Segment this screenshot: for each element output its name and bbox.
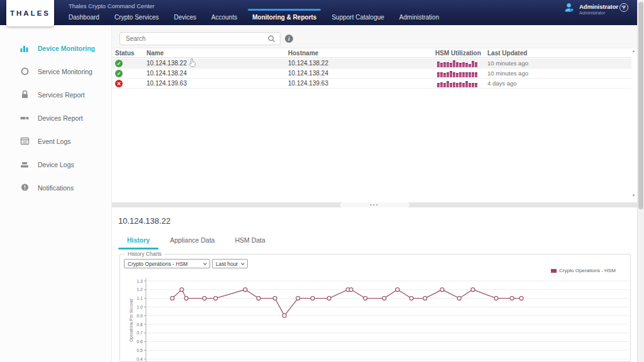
nav-tab-monitoring-reports[interactable]: Monitoring & Reports bbox=[245, 9, 324, 25]
y-tick-label: 0.4 bbox=[136, 357, 143, 361]
service-monitoring-icon bbox=[19, 67, 30, 77]
utilization-bar bbox=[437, 83, 440, 87]
chart-type-select[interactable]: Crypto Operations - HSM bbox=[124, 259, 210, 268]
utilization-bar bbox=[459, 82, 462, 87]
status-ok-icon: ✓ bbox=[115, 60, 123, 67]
last-updated: 10 minutes ago bbox=[487, 69, 528, 79]
thales-logo-text: THALES bbox=[10, 9, 50, 17]
panel-splitter[interactable]: ••• bbox=[112, 202, 637, 207]
data-point-marker bbox=[311, 297, 314, 300]
utilization-bar bbox=[450, 71, 452, 77]
data-point-marker bbox=[440, 288, 444, 292]
table-scroll-up-icon[interactable]: ▲ bbox=[631, 49, 636, 53]
event-logs-icon bbox=[19, 136, 30, 146]
user-menu[interactable]: Administrator Administrator bbox=[564, 2, 625, 16]
y-tick-label: 1.0 bbox=[136, 305, 143, 309]
utilization-bar bbox=[437, 72, 440, 77]
series-line bbox=[172, 290, 521, 315]
data-point-marker bbox=[396, 288, 399, 292]
detail-tabs: HistoryAppliance DataHSM Data bbox=[117, 232, 275, 248]
sidebar-item-services-report[interactable]: Services Report bbox=[0, 83, 111, 106]
last-updated: 4 days ago bbox=[487, 79, 516, 89]
data-point-marker bbox=[243, 288, 247, 292]
table-row[interactable]: ✓10.124.138.2410.124.138.2410 minutes ag… bbox=[112, 69, 631, 79]
device-hostname: 10.124.139.63 bbox=[288, 79, 328, 89]
utilization-bar bbox=[469, 83, 471, 87]
data-point-marker bbox=[214, 297, 218, 300]
mouse-cursor-hand bbox=[188, 57, 197, 68]
sidebar-item-devices-report[interactable]: Devices Report bbox=[0, 106, 111, 129]
nav-tab-accounts[interactable]: Accounts bbox=[204, 9, 245, 25]
table-row[interactable]: ✕10.124.139.6310.124.139.634 days ago bbox=[112, 79, 631, 89]
nav-tab-administration[interactable]: Administration bbox=[392, 9, 447, 25]
utilization-bar bbox=[456, 73, 458, 77]
sidebar-item-label: Devices Report bbox=[38, 114, 83, 122]
utilization-bar bbox=[465, 63, 468, 67]
utilization-bar bbox=[472, 72, 474, 77]
info-icon[interactable]: i bbox=[285, 35, 293, 43]
tab-label: Appliance Data bbox=[170, 236, 214, 244]
sidebar: Device MonitoringService MonitoringServi… bbox=[0, 25, 112, 362]
chart-type-value: Crypto Operations - HSM bbox=[128, 261, 187, 267]
sidebar-item-notifications[interactable]: Notifications bbox=[0, 176, 111, 199]
data-point-marker bbox=[203, 297, 206, 300]
thales-crypto-command-center-window: Thales Crypto Command Center DashboardCr… bbox=[0, 0, 644, 362]
page-scrollbar-thumb[interactable] bbox=[638, 2, 643, 209]
data-point-marker bbox=[494, 297, 498, 300]
tab-history[interactable]: History bbox=[117, 232, 160, 248]
data-point-marker bbox=[327, 297, 331, 300]
tab-hsm-data[interactable]: HSM Data bbox=[225, 232, 275, 248]
table-scroll-down-icon[interactable]: ▼ bbox=[631, 194, 636, 197]
y-tick-label: 0.8 bbox=[136, 322, 143, 327]
nav-tab-label: Devices bbox=[174, 14, 197, 21]
sidebar-item-device-logs[interactable]: Device Logs bbox=[0, 153, 111, 176]
data-point-marker bbox=[170, 297, 174, 300]
utilization-bar bbox=[462, 83, 465, 87]
splitter-handle[interactable]: ••• bbox=[340, 202, 409, 207]
data-point-marker bbox=[282, 314, 286, 317]
help-icon[interactable]: ? bbox=[619, 3, 628, 12]
data-point-marker bbox=[423, 297, 427, 300]
time-range-select[interactable]: Last hour bbox=[212, 259, 248, 268]
table-header-row: StatusNameHostnameHSM UtilizationLast Up… bbox=[112, 48, 631, 58]
device-name: 10.124.139.63 bbox=[147, 79, 187, 89]
utilization-bar bbox=[459, 72, 462, 77]
active-tab-underline bbox=[118, 248, 158, 250]
device-monitoring-icon bbox=[19, 43, 30, 53]
sidebar-item-label: Service Monitoring bbox=[38, 68, 92, 75]
utilization-bar bbox=[465, 72, 468, 77]
y-tick-label: 1.3 bbox=[136, 279, 143, 283]
sidebar-item-service-monitoring[interactable]: Service Monitoring bbox=[0, 60, 111, 83]
user-role: Administrator bbox=[579, 11, 625, 15]
utilization-bar bbox=[462, 62, 465, 67]
page-scrollbar[interactable] bbox=[637, 0, 644, 362]
status-ok-icon: ✓ bbox=[115, 70, 123, 77]
device-name: 10.124.138.22 bbox=[147, 58, 187, 69]
search-icon[interactable] bbox=[267, 35, 276, 43]
nav-tab-crypto-services[interactable]: Crypto Services bbox=[107, 9, 167, 25]
y-tick-label: 0.5 bbox=[136, 348, 143, 353]
utilization-bar bbox=[450, 83, 452, 87]
data-point-marker bbox=[349, 288, 353, 292]
utilization-bar bbox=[447, 62, 449, 67]
column-header-status: Status bbox=[115, 48, 135, 58]
nav-tab-devices[interactable]: Devices bbox=[167, 9, 204, 25]
y-tick-label: 0.7 bbox=[136, 331, 143, 335]
sidebar-item-label: Notifications bbox=[38, 184, 74, 192]
sidebar-item-label: Device Monitoring bbox=[38, 45, 95, 52]
utilization-bar bbox=[447, 81, 449, 87]
utilization-bar bbox=[475, 83, 477, 87]
y-tick-label: 1.2 bbox=[136, 287, 143, 292]
data-point-marker bbox=[409, 297, 413, 300]
nav-tab-dashboard[interactable]: Dashboard bbox=[61, 9, 107, 25]
search-input[interactable] bbox=[120, 35, 267, 42]
utilization-bar bbox=[450, 63, 452, 67]
nav-tab-label: Support Catalogue bbox=[331, 14, 384, 21]
tab-label: History bbox=[127, 236, 150, 244]
sidebar-item-event-logs[interactable]: Event Logs bbox=[0, 129, 111, 153]
utilization-bar bbox=[469, 64, 471, 67]
nav-tab-support-catalogue[interactable]: Support Catalogue bbox=[324, 9, 391, 25]
services-report-icon bbox=[19, 90, 30, 100]
tab-appliance-data[interactable]: Appliance Data bbox=[160, 232, 225, 248]
sidebar-item-device-monitoring[interactable]: Device Monitoring bbox=[0, 36, 111, 60]
